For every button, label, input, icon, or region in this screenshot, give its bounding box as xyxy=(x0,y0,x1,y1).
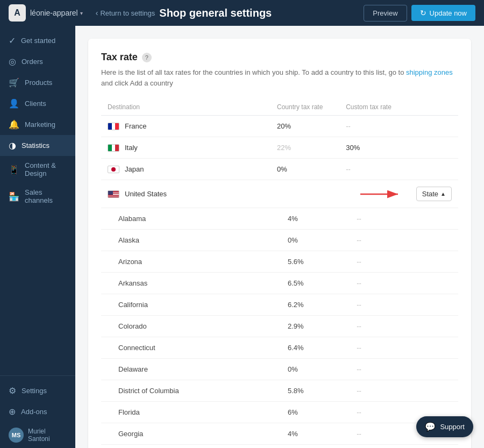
orders-icon: ◎ xyxy=(9,56,16,67)
user-avatar: MS xyxy=(9,428,24,443)
table-row: France 20% -- xyxy=(101,116,458,137)
settings-icon: ⚙ xyxy=(9,386,16,396)
refresh-icon: ↻ xyxy=(420,9,426,17)
state-rate-cell: 6.5% xyxy=(271,273,339,294)
destination-cell: France xyxy=(101,116,271,137)
state-rate-cell: 6.4% xyxy=(271,337,339,359)
custom-rate-cell: -- xyxy=(339,116,410,137)
col-country-rate: Country tax rate xyxy=(271,99,339,116)
sidebar-item-orders[interactable]: ◎ Orders xyxy=(0,51,75,72)
state-custom-cell: -- xyxy=(339,230,410,251)
back-arrow-icon: ‹ xyxy=(96,9,98,17)
user-name: Muriel Santoni xyxy=(28,428,67,443)
sidebar-item-settings[interactable]: ⚙ Settings xyxy=(0,380,75,401)
state-toggle-button[interactable]: State ▲ xyxy=(416,187,452,201)
state-rate-cell: 4% xyxy=(271,423,339,445)
sidebar-item-get-started[interactable]: ✓ Get started xyxy=(0,30,75,51)
country-name: France xyxy=(125,122,146,130)
sidebar-item-addons[interactable]: ⊕ Add-ons xyxy=(0,401,75,422)
state-custom-cell: -- xyxy=(339,359,410,380)
state-custom-cell: -- xyxy=(339,402,410,423)
state-chevron-icon: ▲ xyxy=(440,191,446,197)
state-row: Alabama 4% -- xyxy=(101,208,458,230)
addons-icon: ⊕ xyxy=(9,407,16,417)
page-title: Tax rate xyxy=(101,52,138,63)
state-name-cell: Delaware xyxy=(101,359,271,380)
sidebar-label: Content & Design xyxy=(25,161,67,177)
preview-button[interactable]: Preview xyxy=(364,5,407,22)
country-rate-cell: 0% xyxy=(271,159,339,180)
back-button[interactable]: ‹ Return to settings xyxy=(96,9,155,17)
state-row: Georgia 4% -- xyxy=(101,423,458,445)
clients-icon: 👤 xyxy=(9,98,19,109)
state-name-cell: Alaska xyxy=(101,230,271,251)
state-action-cell xyxy=(410,359,458,380)
japan-flag-icon xyxy=(108,166,119,173)
sidebar-label: Clients xyxy=(25,99,46,108)
sales-icon: 🏪 xyxy=(9,191,19,202)
state-name-cell: Connecticut xyxy=(101,337,271,359)
main-content: Tax rate ? Here is the list of all tax r… xyxy=(75,26,484,448)
state-action-cell xyxy=(410,251,458,273)
destination-cell: United States xyxy=(101,180,271,208)
destination-cell: Italy xyxy=(101,137,271,159)
sidebar-user[interactable]: MS Muriel Santoni xyxy=(0,422,75,448)
red-arrow-indicator xyxy=(360,189,403,200)
sidebar-label: Get started xyxy=(21,37,55,45)
sidebar-item-products[interactable]: 🛒 Products xyxy=(0,72,75,93)
sidebar-item-sales-channels[interactable]: 🏪 Sales channels xyxy=(0,183,75,210)
shipping-zones-link[interactable]: shipping zones xyxy=(406,68,453,76)
sidebar-label: Settings xyxy=(22,387,47,395)
state-custom-cell: -- xyxy=(339,380,410,402)
state-action-cell xyxy=(410,316,458,337)
state-row: California 6.2% -- xyxy=(101,294,458,316)
sidebar-item-clients[interactable]: 👤 Clients xyxy=(0,93,75,114)
sidebar-label: Statistics xyxy=(22,141,49,150)
action-cell xyxy=(410,159,458,180)
country-rate-cell: 22% xyxy=(271,137,339,159)
state-action-cell xyxy=(410,208,458,230)
state-rate-cell: 5.8% xyxy=(271,380,339,402)
country-rate-cell: 20% xyxy=(271,116,339,137)
custom-rate-cell xyxy=(339,180,410,208)
col-destination: Destination xyxy=(101,99,271,116)
state-action-cell xyxy=(410,230,458,251)
page-title-section: Tax rate ? xyxy=(101,52,458,63)
state-row: Connecticut 6.4% -- xyxy=(101,337,458,359)
country-name: Italy xyxy=(125,144,138,152)
sidebar-item-marketing[interactable]: 🔔 Marketing xyxy=(0,114,75,135)
sidebar-label: Orders xyxy=(22,58,43,66)
brand-name[interactable]: léonie-apparel ▾ xyxy=(30,9,83,17)
update-button[interactable]: ↻ Update now xyxy=(411,5,475,21)
sidebar-label: Products xyxy=(25,79,52,87)
custom-rate-cell: 30% xyxy=(339,137,410,159)
state-row: Alaska 0% -- xyxy=(101,230,458,251)
state-custom-cell: -- xyxy=(339,423,410,445)
country-name: Japan xyxy=(125,165,144,173)
support-button[interactable]: 💬 Support xyxy=(416,416,473,437)
state-action-cell xyxy=(410,273,458,294)
state-action-cell: State ▲ xyxy=(410,180,458,208)
destination-cell: Japan xyxy=(101,159,271,180)
state-custom-cell: -- xyxy=(339,316,410,337)
state-row: Florida 6% -- xyxy=(101,402,458,423)
state-rate-cell: 0% xyxy=(271,230,339,251)
action-cell xyxy=(410,137,458,159)
state-rate-cell: 6.2% xyxy=(271,294,339,316)
us-country-row: United States xyxy=(101,180,458,208)
country-rate-cell xyxy=(271,180,339,208)
state-custom-cell: -- xyxy=(339,251,410,273)
col-custom-rate: Custom tax rate xyxy=(339,99,410,116)
state-name-cell: Florida xyxy=(101,402,271,423)
sidebar-item-content-design[interactable]: 📱 Content & Design xyxy=(0,156,75,183)
check-icon: ✓ xyxy=(9,35,16,46)
state-name-cell: California xyxy=(101,294,271,316)
state-rate-cell: 5.6% xyxy=(271,251,339,273)
tax-table: Destination Country tax rate Custom tax … xyxy=(101,99,458,445)
italy-flag-icon xyxy=(108,144,119,152)
table-row: Italy 22% 30% xyxy=(101,137,458,159)
content-card: Tax rate ? Here is the list of all tax r… xyxy=(88,39,471,448)
help-icon[interactable]: ? xyxy=(142,53,152,62)
sidebar-item-statistics[interactable]: ◑ Statistics xyxy=(0,135,75,156)
page-header-title: Shop general settings xyxy=(159,7,272,19)
